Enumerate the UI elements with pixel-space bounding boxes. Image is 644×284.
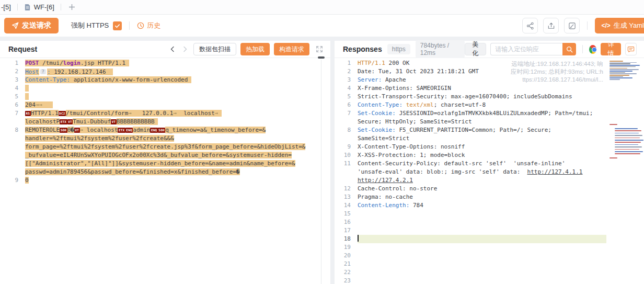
search-button[interactable] [562, 43, 576, 55]
search-icon [566, 46, 573, 53]
minimap-line [615, 128, 638, 129]
edit-button[interactable] [564, 18, 580, 33]
code-line-13[interactable]: 13Pragma: no-cache [335, 193, 606, 201]
response-meta-annotation: 远端地址:192.168.127.146:443; 响 应时间:12ms; 总耗… [511, 60, 603, 84]
line-number: 8 [335, 126, 358, 134]
code-line-16[interactable]: 16 [335, 218, 606, 226]
code-line-9[interactable]: 9X-Content-Type-Options: nosniff [335, 143, 606, 151]
line-number: 9 [0, 176, 25, 185]
request-title: Request [8, 45, 37, 53]
minimap-line [615, 140, 643, 141]
code-line-7[interactable]: localhostPETXVTTmui-DubbufVTBBBBBBBBBBB [0, 118, 319, 126]
code-token: q_timenow=a&_timenow_before=& [165, 127, 266, 133]
code-line-17[interactable]: 17 [335, 226, 606, 235]
code-token: SameSite=Strict [358, 135, 409, 142]
code-line-7[interactable]: Secure; HttpOnly; SameSite=Strict [335, 118, 606, 126]
feedback-button[interactable] [625, 43, 637, 55]
code-line-8[interactable]: [["Administrator","[All]"]]&systemuser-h… [0, 160, 319, 168]
code-line-8[interactable]: passwd=admin789456&passwd_before=&finish… [0, 168, 319, 176]
history-button[interactable]: 历史 [137, 21, 160, 30]
line-number: 10 [335, 151, 358, 160]
line-number: 9 [335, 143, 358, 151]
code-line-6[interactable]: 6204→→ [0, 101, 319, 109]
code-line-3[interactable]: 3Content-Type: application/x-www-form-ur… [0, 76, 319, 84]
prev-packet-button[interactable] [168, 46, 177, 52]
code-line-18[interactable]: 18 [335, 235, 606, 243]
code-token: /tmui/Control/form [66, 110, 128, 117]
code-line-19[interactable]: 19 [335, 243, 606, 252]
force-https-checkbox[interactable] [113, 21, 122, 30]
minimap-line [610, 66, 636, 67]
code-token: JSESSIONID=ozlafg1mTMVKXkbk4BLUiZULmxade… [396, 110, 593, 117]
code-line-11[interactable]: http://127.4.2.1 [335, 176, 606, 185]
code-line-4[interactable]: 4X-Frame-Options: SAMEORIGIN [335, 84, 606, 93]
share-button[interactable] [522, 18, 538, 33]
beautify-button[interactable]: 美化 [465, 43, 487, 55]
tab-active-wf[interactable]: WF-[6] [18, 0, 61, 14]
response-editor[interactable]: 远端地址:192.168.127.146:443; 响 应时间:12ms; 总耗… [335, 58, 644, 284]
response-title: Responses [343, 45, 382, 53]
tab-label: -[5] [1, 3, 11, 11]
code-line-9[interactable]: 90 [0, 176, 319, 185]
export-button[interactable] [543, 18, 559, 33]
code-line-8[interactable]: handler=%2ftmui%2fsystem%2fuser%2fcreate… [0, 134, 319, 143]
code-line-8[interactable]: form_page=%2ftmui%2fsystem%2fuser%2fcrea… [0, 143, 319, 151]
code-line-15[interactable]: 15 [335, 210, 606, 218]
fullscreen-button[interactable] [316, 46, 323, 53]
code-token: 200 OK [385, 60, 409, 66]
line-number: 12 [335, 185, 358, 193]
request-scrollbar-thumb[interactable] [318, 56, 325, 59]
code-token: Date: Tue, 31 Oct 2023 21:18:21 GMT [358, 68, 479, 75]
add-tab-button[interactable] [61, 4, 83, 10]
code-line-7[interactable]: 7Set-Cookie: JSESSIONID=ozlafg1mTMVKXkbk… [335, 109, 606, 118]
code-token: 204 [25, 101, 36, 108]
tab-previous[interactable]: -[5] [0, 0, 17, 14]
history-label: 历史 [147, 21, 160, 30]
code-line-8[interactable]: SameSite=Strict [335, 134, 606, 143]
code-line-21[interactable]: 21 [335, 260, 606, 268]
code-token: Content-Length: [358, 202, 409, 209]
code-line-11[interactable]: 11Content-Security-Policy: default-src '… [335, 160, 606, 168]
details-button[interactable]: 详情 [601, 43, 622, 55]
code-line-7[interactable]: 7RSHTTP/1.1DC2/tmui/Control/form→ 127.0.… [0, 109, 319, 118]
line-number: 1 [0, 59, 25, 67]
code-token: Pragma: no-cache [358, 194, 413, 200]
code-token: Cache-Control: no-store [358, 185, 437, 192]
search-box [490, 43, 576, 55]
main-panels: Request 数据包扫描 热加载 构造请求 1POST /tmui/login… [0, 41, 644, 284]
annotation-line: 远端地址:192.168.127.146:443; 响 [511, 60, 603, 68]
code-line-11[interactable]: 'unsafe-eval' data: blob:; img-src 'self… [335, 168, 606, 176]
code-line-22[interactable]: 22 [335, 268, 606, 277]
code-line-23[interactable]: 23 [335, 277, 606, 284]
code-line-1[interactable]: 1POST /tmui/login.jsp HTTP/1.1 [0, 59, 319, 67]
code-line-8[interactable]: 8Set-Cookie: F5_CURRENT_PARTITION=Common… [335, 126, 606, 134]
minimap[interactable] [608, 59, 643, 284]
hot-reload-button[interactable]: 热加载 [240, 43, 270, 55]
control-char-badge: RS [25, 111, 31, 116]
construct-request-button[interactable]: 构造请求 [274, 43, 309, 55]
code-line-8[interactable]: _bufvalue=eIL4RUnSwXYoPUIOGcOFx2o00Xc%3d… [0, 151, 319, 160]
clock-icon [137, 22, 144, 29]
code-line-8[interactable]: 8REMOTEROLESOH0�VT→ localhostETXENQadmin… [0, 126, 319, 134]
line-number: 4 [0, 84, 25, 93]
request-editor[interactable]: 1POST /tmui/login.jsp HTTP/1.1 2Host?: 1… [0, 58, 330, 284]
code-line-20[interactable]: 20 [335, 252, 606, 260]
packet-scan-button[interactable]: 数据包扫描 [193, 43, 236, 55]
generate-yaml-button[interactable]: </> 生成 Yaml [595, 18, 644, 33]
line-number [0, 118, 25, 126]
next-packet-button[interactable] [181, 46, 189, 52]
expand-icon [316, 46, 323, 53]
search-input[interactable] [490, 43, 562, 55]
code-line-2[interactable]: 2Host?: 192.168.127.146 [0, 67, 319, 76]
control-char-badge: ENQ [150, 128, 157, 133]
code-line-6[interactable]: 6Content-Type: text/xml; charset=utf-8 [335, 101, 606, 109]
chrome-icon[interactable] [589, 45, 596, 54]
code-line-4[interactable]: 4 [0, 84, 319, 93]
code-line-14[interactable]: 14Content-Length: 784 [335, 201, 606, 210]
code-line-5[interactable]: 5Strict-Transport-Security: max-age=1607… [335, 93, 606, 101]
code-line-10[interactable]: 10X-XSS-Protection: 1; mode=block [335, 151, 606, 160]
send-request-button[interactable]: 发送请求 [4, 18, 59, 33]
request-scrollbar-track[interactable] [321, 60, 321, 284]
code-line-5[interactable]: 5 [0, 93, 319, 101]
code-line-12[interactable]: 12Cache-Control: no-store [335, 185, 606, 193]
